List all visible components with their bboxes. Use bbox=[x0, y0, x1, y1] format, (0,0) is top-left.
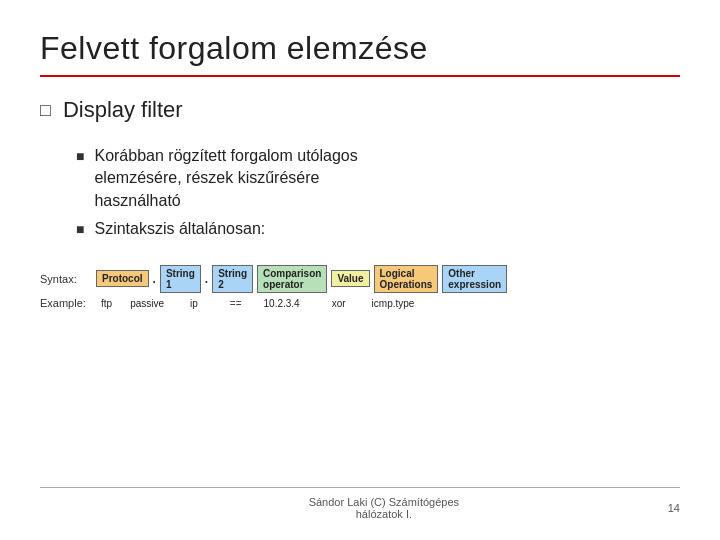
slide: Felvett forgalom elemzése □ Display filt… bbox=[0, 0, 720, 540]
example-ip: ip bbox=[185, 297, 203, 310]
syntax-table-value: Value bbox=[331, 270, 369, 287]
syntax-area: Syntax: Protocol . String1 . String2 Com… bbox=[40, 265, 680, 310]
example-row: Example: ftp passive ip == 10.2.3.4 xor … bbox=[40, 297, 680, 310]
sub-bullet-icon-2: ■ bbox=[76, 221, 84, 237]
syntax-table-comp: Comparisonoperator bbox=[257, 265, 327, 293]
sub-bullet-icon-1: ■ bbox=[76, 148, 84, 164]
syntax-cell-comparison: Comparisonoperator bbox=[258, 266, 326, 292]
syntax-cell-protocol: Protocol bbox=[97, 271, 148, 286]
syntax-cell-value: Value bbox=[332, 271, 368, 286]
sub-bullets: ■ Korábban rögzített forgalom utólagos e… bbox=[76, 145, 680, 241]
sub-bullet-2-text: Szintakszis általánosan: bbox=[94, 218, 265, 240]
bullet-1: □ Display filter bbox=[40, 97, 680, 123]
bullet-1-label: Display filter bbox=[63, 97, 183, 123]
sub-bullet-2: ■ Szintakszis általánosan: bbox=[76, 218, 680, 240]
syntax-table-string1: String1 bbox=[160, 265, 201, 293]
example-equals: == bbox=[225, 297, 247, 310]
bullet-icon-1: □ bbox=[40, 100, 51, 121]
content: □ Display filter ■ Korábban rögzített fo… bbox=[40, 97, 680, 487]
syntax-row: Syntax: Protocol . String1 . String2 Com… bbox=[40, 265, 680, 293]
sub-bullet-1-text: Korábban rögzített forgalom utólagos ele… bbox=[94, 145, 357, 212]
syntax-label: Syntax: bbox=[40, 273, 92, 285]
footer-text: Sándor Laki (C) Számítógépes hálózatok I… bbox=[100, 496, 668, 520]
example-passive: passive bbox=[125, 297, 169, 310]
dot-2: . bbox=[205, 272, 208, 286]
example-ftp: ftp bbox=[96, 297, 117, 310]
footer-page: 14 bbox=[668, 502, 680, 514]
slide-title: Felvett forgalom elemzése bbox=[40, 30, 680, 67]
syntax-table-string2: String2 bbox=[212, 265, 253, 293]
sub-bullet-1: ■ Korábban rögzített forgalom utólagos e… bbox=[76, 145, 680, 212]
syntax-table-logical: LogicalOperations bbox=[374, 265, 439, 293]
example-icmp: icmp.type bbox=[367, 297, 420, 310]
example-ip-addr: 10.2.3.4 bbox=[259, 297, 305, 310]
syntax-cell-string1: String1 bbox=[161, 266, 200, 292]
title-section: Felvett forgalom elemzése bbox=[40, 30, 680, 77]
syntax-cell-other: Otherexpression bbox=[443, 266, 506, 292]
example-label: Example: bbox=[40, 297, 92, 309]
footer: Sándor Laki (C) Számítógépes hálózatok I… bbox=[40, 487, 680, 520]
example-xor: xor bbox=[327, 297, 351, 310]
syntax-table-other: Otherexpression bbox=[442, 265, 507, 293]
syntax-table-protocol: Protocol bbox=[96, 270, 149, 287]
dot-1: . bbox=[153, 272, 156, 286]
syntax-cell-logical: LogicalOperations bbox=[375, 266, 438, 292]
syntax-cell-string2: String2 bbox=[213, 266, 252, 292]
